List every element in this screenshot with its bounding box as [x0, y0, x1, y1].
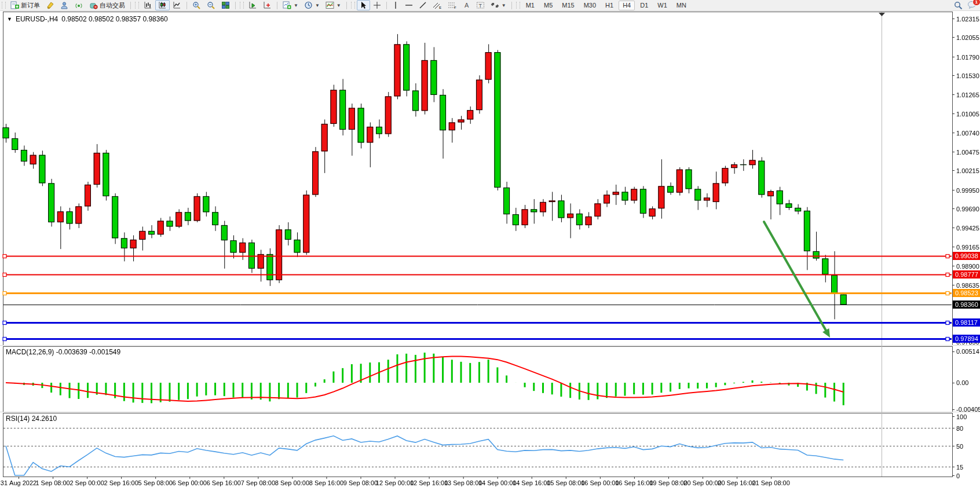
arrows-icon	[491, 1, 499, 9]
tile-windows-icon	[221, 1, 230, 9]
macd-indicator-label: MACD(12,26,9) -0.003639 -0.001549	[6, 348, 120, 356]
macd-name: MACD(12,26,9)	[6, 348, 54, 356]
timeframe-button-M5[interactable]: M5	[540, 1, 557, 10]
market-watch-button[interactable]	[57, 0, 72, 10]
mt4-window: { "toolbar": { "new_order_label": "新订单",…	[0, 0, 980, 491]
zoom-in-icon	[192, 1, 201, 9]
price-level-label-0.98117: 0.98117	[953, 318, 980, 327]
rsi-name: RSI(14)	[6, 415, 30, 423]
timeframe-toolbar: M1M5M15M30H1H4D1W1MN	[522, 1, 690, 10]
timeframe-button-H4[interactable]: H4	[619, 1, 635, 10]
horizontal-line-icon	[405, 1, 413, 9]
cursor-icon	[360, 1, 367, 9]
price-level-label-0.98523: 0.98523	[953, 289, 980, 297]
toolbar-separator	[386, 2, 387, 9]
notifications-button[interactable]: 1	[967, 1, 977, 10]
candlestick-chart-button[interactable]	[155, 0, 170, 10]
toolbar-grip	[516, 2, 520, 9]
signal-icon	[75, 1, 83, 9]
indicators-icon	[326, 1, 334, 9]
price-level-label-0.98360: 0.98360	[953, 301, 980, 309]
indicators-button[interactable]: ▼	[323, 0, 344, 10]
clock-icon	[304, 1, 313, 9]
line-chart-icon	[173, 1, 181, 9]
tester-step-button[interactable]	[260, 0, 275, 10]
strategy-tester-button[interactable]	[246, 0, 260, 10]
price-level-label-0.97894: 0.97894	[953, 335, 980, 343]
vertical-line-button[interactable]	[389, 0, 402, 10]
toolbar-grip	[240, 2, 244, 9]
vertical-line-icon	[392, 1, 399, 9]
line-chart-button[interactable]	[170, 0, 184, 10]
new-order-button[interactable]: 新订单	[8, 0, 43, 10]
text-label-button[interactable]: T	[473, 0, 488, 10]
toolbar-grip	[351, 2, 355, 9]
text-label-icon: T	[476, 1, 485, 9]
toolbar-separator	[346, 2, 347, 9]
new-order-label: 新订单	[21, 1, 40, 10]
toolbar-separator	[235, 2, 236, 9]
macd-main-value: -0.003639	[56, 348, 87, 356]
zoom-out-icon	[207, 1, 215, 9]
trendline-button[interactable]	[416, 0, 430, 10]
zoom-in-button[interactable]	[189, 0, 204, 10]
tester-step-icon	[263, 1, 272, 9]
chevron-down-icon: ▼	[294, 3, 298, 8]
crosshair-button[interactable]	[370, 0, 384, 10]
profile-icon	[60, 1, 69, 9]
rsi-value: 24.2610	[32, 415, 57, 423]
toolbar-grip	[135, 2, 139, 9]
chart-canvas[interactable]	[0, 0, 980, 491]
text-button[interactable]: A	[460, 0, 473, 10]
toolbar-separator	[187, 2, 187, 9]
arrows-button[interactable]: ▼	[488, 0, 509, 10]
price-level-label-0.98777: 0.98777	[953, 270, 980, 279]
bar-chart-icon	[144, 1, 152, 9]
chevron-down-icon: ▼	[315, 3, 320, 8]
style-brush-icon	[46, 1, 54, 9]
chevron-down-icon: ▼	[502, 3, 506, 8]
signals-button[interactable]	[72, 0, 86, 10]
toolbar-separator	[277, 2, 277, 9]
timeframe-button-M1[interactable]: M1	[522, 1, 539, 10]
timeframe-button-MN[interactable]: MN	[672, 1, 690, 10]
search-icon[interactable]	[954, 1, 963, 10]
equidistant-channel-icon: E	[433, 1, 442, 9]
crosshair-icon	[373, 1, 381, 9]
styles-button[interactable]	[43, 0, 57, 10]
chart-ohlc-values: 0.98502 0.98502 0.98357 0.98360	[61, 15, 168, 23]
svg-text:F: F	[454, 6, 456, 9]
svg-text:E: E	[439, 6, 441, 9]
zoom-out-button[interactable]	[204, 0, 218, 10]
toolbar-separator	[511, 2, 512, 9]
macd-signal-value: -0.001549	[89, 348, 120, 356]
candlestick-chart-icon	[158, 1, 167, 9]
timeframe-button-M30[interactable]: M30	[580, 1, 600, 10]
tester-play-icon	[248, 1, 257, 9]
new-order-icon	[10, 1, 19, 9]
svg-text:T: T	[478, 3, 482, 9]
auto-trading-label: 自动交易	[100, 1, 125, 10]
collapse-quick-trade-icon[interactable]: ▼	[7, 16, 12, 22]
timeframe-button-M15[interactable]: M15	[558, 1, 578, 10]
new-chart-button[interactable]: ▼	[280, 0, 301, 10]
chart-symbol-period: EURUSD-,H4	[16, 15, 58, 23]
text-icon: A	[463, 1, 470, 9]
rsi-indicator-label: RSI(14) 24.2610	[6, 415, 57, 423]
equidistant-channel-button[interactable]: E	[430, 0, 445, 10]
svg-text:A: A	[465, 2, 469, 9]
main-toolbar: 新订单 自动交易	[0, 0, 980, 11]
horizontal-line-button[interactable]	[402, 0, 416, 10]
notification-badge: 1	[972, 0, 980, 6]
timeframe-button-D1[interactable]: D1	[636, 1, 652, 10]
bar-chart-button[interactable]	[141, 0, 155, 10]
periods-button[interactable]: ▼	[301, 0, 323, 10]
toolbar-separator	[130, 2, 131, 9]
timeframe-button-W1[interactable]: W1	[653, 1, 671, 10]
fibonacci-button[interactable]: F	[445, 0, 460, 10]
cursor-button[interactable]	[357, 0, 370, 10]
fibonacci-icon: F	[448, 1, 457, 9]
tile-windows-button[interactable]	[218, 0, 233, 10]
auto-trading-button[interactable]: 自动交易	[86, 0, 128, 10]
timeframe-button-H1[interactable]: H1	[601, 1, 617, 10]
